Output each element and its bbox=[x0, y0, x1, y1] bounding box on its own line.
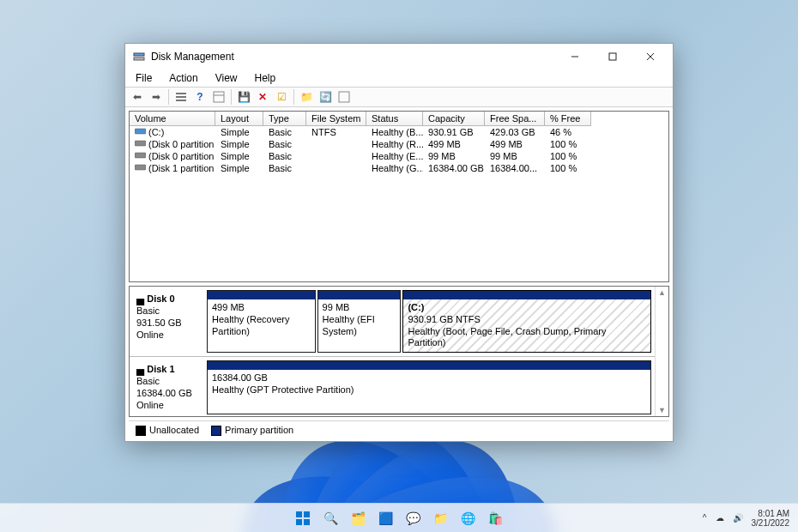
disk-info: ▄Disk 0Basic931.50 GBOnline bbox=[133, 290, 207, 353]
toolbar-separator bbox=[293, 89, 294, 105]
tray-onedrive-icon[interactable]: ☁ bbox=[716, 513, 724, 523]
drive-icon bbox=[135, 127, 147, 137]
menu-help[interactable]: Help bbox=[248, 70, 283, 86]
toolbar: ⬅ ➡ ? 💾 ✕ ☑ 📁 🔄 bbox=[125, 87, 673, 107]
menu-view[interactable]: View bbox=[209, 70, 245, 86]
drive-icon bbox=[135, 139, 147, 149]
svg-rect-3 bbox=[609, 53, 616, 60]
maximize-button[interactable] bbox=[594, 45, 632, 69]
svg-rect-8 bbox=[176, 100, 186, 101]
svg-rect-1 bbox=[134, 57, 144, 60]
tray-volume-icon[interactable]: 🔊 bbox=[733, 513, 743, 523]
task-view-icon[interactable]: 🗂️ bbox=[347, 507, 369, 529]
disk-management-window: Disk Management File Action View Help ⬅ … bbox=[124, 43, 674, 442]
titlebar[interactable]: Disk Management bbox=[125, 44, 673, 70]
delete-icon[interactable]: ✕ bbox=[254, 88, 271, 106]
partition[interactable]: 99 MBHealthy (EFI System) bbox=[317, 290, 402, 353]
legend-unallocated: Unallocated bbox=[136, 425, 199, 436]
volume-row[interactable]: (Disk 0 partition 1)SimpleBasicHealthy (… bbox=[130, 138, 668, 150]
volume-row[interactable]: (Disk 1 partition 1)SimpleBasicHealthy (… bbox=[130, 162, 668, 174]
legend: Unallocated Primary partition bbox=[129, 420, 669, 439]
col-volume[interactable]: Volume bbox=[130, 112, 215, 126]
partition[interactable]: 499 MBHealthy (Recovery Partition) bbox=[207, 290, 316, 353]
svg-rect-15 bbox=[135, 165, 146, 170]
scrollbar[interactable]: ▲▼ bbox=[655, 287, 668, 416]
col-type[interactable]: Type bbox=[263, 112, 306, 126]
volume-row[interactable]: (Disk 0 partition 2)SimpleBasicHealthy (… bbox=[130, 150, 668, 162]
window-title: Disk Management bbox=[151, 51, 234, 63]
volume-list[interactable]: Volume Layout Type File System Status Ca… bbox=[129, 111, 669, 282]
svg-rect-11 bbox=[339, 92, 349, 102]
svg-rect-6 bbox=[176, 93, 186, 94]
details-icon[interactable] bbox=[210, 88, 227, 106]
back-icon[interactable]: ⬅ bbox=[129, 88, 146, 106]
svg-rect-7 bbox=[176, 96, 186, 98]
hdd-icon: ▄ bbox=[136, 362, 144, 375]
legend-primary: Primary partition bbox=[211, 425, 293, 436]
disk-graph-pane[interactable]: ▄Disk 0Basic931.50 GBOnline499 MBHealthy… bbox=[129, 286, 669, 417]
refresh-icon[interactable]: 🔄 bbox=[317, 88, 334, 106]
toolbar-separator bbox=[231, 89, 232, 105]
svg-rect-17 bbox=[304, 511, 310, 517]
svg-rect-14 bbox=[135, 153, 146, 158]
svg-rect-13 bbox=[135, 141, 146, 146]
col-capacity[interactable]: Capacity bbox=[423, 112, 485, 126]
menu-action[interactable]: Action bbox=[162, 70, 204, 86]
menubar: File Action View Help bbox=[125, 70, 673, 87]
check-icon[interactable]: ☑ bbox=[273, 88, 290, 106]
col-pct-free[interactable]: % Free bbox=[545, 112, 591, 126]
svg-rect-12 bbox=[135, 129, 146, 134]
tray-clock[interactable]: 8:01 AM 3/21/2022 bbox=[752, 509, 790, 528]
folder-icon[interactable]: 📁 bbox=[298, 88, 315, 106]
app-icon bbox=[132, 50, 146, 63]
disk-row[interactable]: ▄Disk 0Basic931.50 GBOnline499 MBHealthy… bbox=[130, 287, 655, 357]
volume-row[interactable]: (C:)SimpleBasicNTFSHealthy (B...930.91 G… bbox=[130, 126, 668, 138]
chat-icon[interactable]: 💬 bbox=[402, 507, 424, 529]
edge-icon[interactable]: 🌐 bbox=[456, 507, 479, 529]
tray-chevron-icon[interactable]: ^ bbox=[703, 513, 707, 523]
hdd-icon: ▄ bbox=[136, 292, 144, 305]
svg-rect-0 bbox=[134, 53, 144, 56]
store-icon[interactable]: 🛍️ bbox=[484, 507, 506, 529]
toolbar-separator bbox=[168, 89, 169, 105]
svg-rect-19 bbox=[304, 519, 310, 525]
svg-rect-9 bbox=[214, 92, 224, 102]
partition[interactable]: 16384.00 GBHealthy (GPT Protective Parti… bbox=[207, 360, 651, 414]
disk-row[interactable]: ▄Disk 1Basic16384.00 GBOnline16384.00 GB… bbox=[130, 357, 655, 417]
col-free[interactable]: Free Spa... bbox=[485, 112, 545, 126]
help-icon[interactable]: ? bbox=[191, 88, 209, 106]
col-filesystem[interactable]: File System bbox=[306, 112, 366, 126]
svg-rect-18 bbox=[296, 519, 302, 525]
properties-icon[interactable] bbox=[336, 88, 353, 106]
system-tray[interactable]: ^ ☁ 🔊 8:01 AM 3/21/2022 bbox=[694, 509, 798, 528]
partition[interactable]: (C:)930.91 GB NTFSHealthy (Boot, Page Fi… bbox=[402, 290, 651, 353]
menu-file[interactable]: File bbox=[129, 70, 159, 86]
col-status[interactable]: Status bbox=[366, 112, 423, 126]
forward-icon[interactable]: ➡ bbox=[148, 88, 165, 106]
search-icon[interactable]: 🔍 bbox=[319, 507, 342, 529]
drive-icon bbox=[135, 151, 147, 161]
drive-icon bbox=[135, 163, 147, 173]
taskbar-center: 🔍 🗂️ 🟦 💬 📁 🌐 🛍️ bbox=[292, 507, 506, 529]
col-layout[interactable]: Layout bbox=[215, 112, 263, 126]
svg-rect-16 bbox=[296, 511, 302, 517]
explorer-icon[interactable]: 📁 bbox=[429, 507, 451, 529]
widgets-icon[interactable]: 🟦 bbox=[374, 507, 396, 529]
disk-icon[interactable]: 💾 bbox=[235, 88, 252, 106]
minimize-button[interactable] bbox=[556, 45, 594, 69]
close-button[interactable] bbox=[632, 45, 669, 69]
disk-info: ▄Disk 1Basic16384.00 GBOnline bbox=[133, 360, 207, 414]
taskbar[interactable]: 🔍 🗂️ 🟦 💬 📁 🌐 🛍️ ^ ☁ 🔊 8:01 AM 3/21/2022 bbox=[0, 503, 798, 532]
start-button[interactable] bbox=[292, 507, 314, 529]
list-icon[interactable] bbox=[172, 88, 190, 106]
column-headers[interactable]: Volume Layout Type File System Status Ca… bbox=[130, 112, 668, 126]
